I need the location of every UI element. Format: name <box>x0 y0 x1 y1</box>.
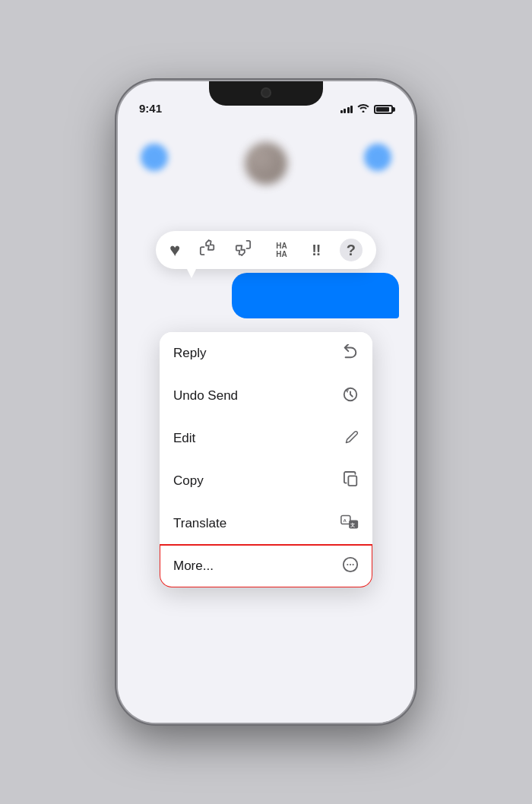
battery-icon <box>374 105 393 114</box>
edit-icon <box>345 430 359 448</box>
svg-text:A: A <box>343 518 347 523</box>
signal-bar-2 <box>344 109 346 113</box>
reaction-haha[interactable]: HAHA <box>270 242 293 258</box>
bg-avatar <box>245 142 287 185</box>
signal-bar-1 <box>340 110 343 113</box>
message-bubble <box>232 273 399 318</box>
reaction-emphasize[interactable]: ‼ <box>312 242 321 259</box>
svg-point-8 <box>350 563 351 565</box>
context-menu: Reply Undo Send <box>160 332 372 587</box>
svg-text:文: 文 <box>350 522 355 527</box>
battery-fill <box>376 107 389 112</box>
status-icons <box>340 103 394 115</box>
wifi-icon <box>357 103 369 115</box>
signal-bar-4 <box>350 106 353 113</box>
menu-item-reply[interactable]: Reply <box>160 332 372 375</box>
menu-item-edit[interactable]: Edit <box>160 417 372 460</box>
reaction-like[interactable] <box>199 239 216 261</box>
undo-send-icon <box>342 386 359 407</box>
reaction-dislike[interactable] <box>235 239 252 261</box>
notch <box>209 81 323 106</box>
bg-circle-left <box>141 144 168 171</box>
screen-content: ♥ HAHA ‼ ? <box>118 121 414 723</box>
menu-item-more-label: More... <box>173 559 214 574</box>
menu-item-more[interactable]: More... <box>160 545 372 587</box>
bg-circle-right <box>364 144 391 171</box>
signal-icon <box>340 106 353 113</box>
svg-point-7 <box>347 563 348 565</box>
phone-frame: 9:41 <box>118 81 414 723</box>
translate-icon: A 文 <box>340 514 359 534</box>
status-time: 9:41 <box>139 102 162 115</box>
reaction-question[interactable]: ? <box>340 239 363 261</box>
menu-item-translate-label: Translate <box>173 516 226 531</box>
reaction-bar: ♥ HAHA ‼ ? <box>156 231 376 269</box>
menu-item-undo-send[interactable]: Undo Send <box>160 375 372 417</box>
more-icon <box>342 556 359 577</box>
menu-item-copy-label: Copy <box>173 473 204 489</box>
menu-item-translate[interactable]: Translate A 文 <box>160 502 372 545</box>
reply-icon <box>342 344 359 363</box>
reaction-heart[interactable]: ♥ <box>169 239 180 261</box>
menu-item-reply-label: Reply <box>173 346 206 361</box>
menu-item-copy[interactable]: Copy <box>160 460 372 502</box>
copy-icon <box>344 471 359 492</box>
menu-item-edit-label: Edit <box>173 431 195 446</box>
svg-point-9 <box>353 563 354 565</box>
menu-item-undo-send-label: Undo Send <box>173 388 238 404</box>
signal-bar-3 <box>347 107 350 113</box>
camera <box>261 87 271 98</box>
svg-rect-1 <box>348 476 356 486</box>
